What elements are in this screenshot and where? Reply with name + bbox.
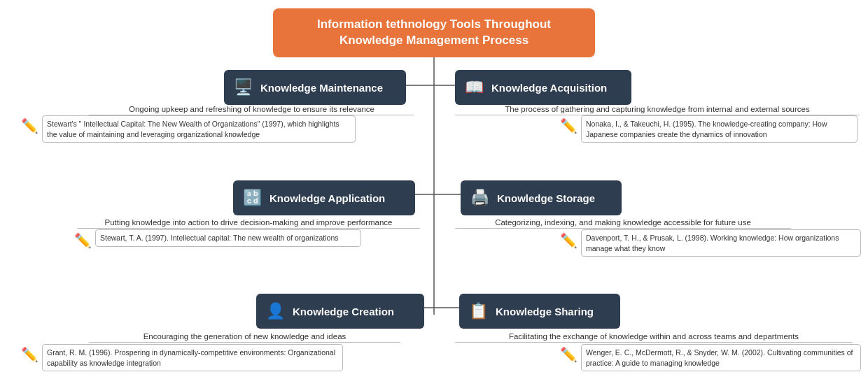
pencil-creation: ✏️ [21,346,38,363]
desc-maintenance: Ongoing upkeep and refreshing of knowled… [89,105,414,115]
pencil-maintenance: ✏️ [21,117,38,134]
node-maintenance[interactable]: 🖥️ Knowledge Maintenance [224,70,406,105]
maintenance-icon: 🖥️ [231,76,255,99]
sharing-icon: 📋 [466,299,490,323]
pencil-acquisition: ✏️ [560,117,578,134]
desc-sharing: Facilitating the exchange of knowledge w… [455,332,853,343]
ref-sharing: Wenger, E. C., McDermott, R., & Snyder, … [581,344,861,371]
pencil-storage: ✏️ [560,232,578,249]
ref-acquisition: Nonaka, I., & Takeuchi, H. (1995). The k… [581,115,858,143]
connectors [0,0,868,386]
desc-storage: Categorizing, indexing, and making knowl… [455,218,791,229]
application-icon: 🔡 [240,186,264,210]
ref-storage: Davenport, T. H., & Prusak, L. (1998). W… [581,229,861,257]
desc-creation: Encouraging the generation of new knowle… [89,332,400,343]
creation-icon: 👤 [263,299,287,323]
node-storage[interactable]: 🖨️ Knowledge Storage [461,180,622,215]
node-acquisition[interactable]: 📖 Knowledge Acquisition [455,70,631,105]
storage-icon: 🖨️ [468,186,491,210]
node-sharing[interactable]: 📋 Knowledge Sharing [459,294,620,329]
ref-application: Stewart, T. A. (1997). Intellectual capi… [95,229,361,247]
pencil-application: ✏️ [74,232,92,249]
ref-creation: Grant, R. M. (1996). Prospering in dynam… [42,344,343,371]
node-application[interactable]: 🔡 Knowledge Application [233,180,415,215]
node-creation[interactable]: 👤 Knowledge Creation [256,294,424,329]
page-title: Information tethnology Tools Throughout … [273,8,595,57]
desc-application: Putting knowledge into action to drive d… [77,218,420,229]
pencil-sharing: ✏️ [560,346,578,363]
ref-maintenance: Stewart's " Intellectual Capital: The Ne… [42,115,356,143]
acquisition-icon: 📖 [462,76,486,99]
desc-acquisition: The process of gathering and capturing k… [455,105,860,115]
